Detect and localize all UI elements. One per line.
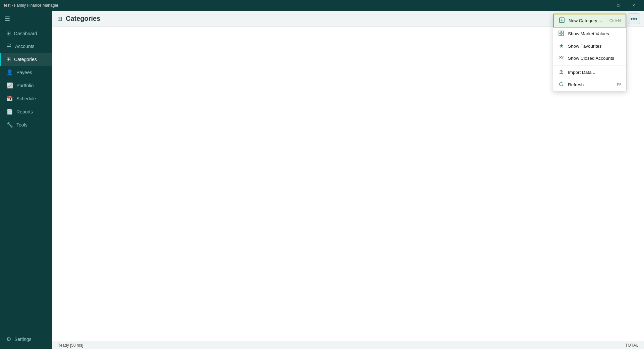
- svg-rect-5: [559, 34, 561, 36]
- portfolio-icon: 📈: [6, 82, 13, 89]
- maximize-button[interactable]: □: [610, 0, 626, 11]
- sidebar-item-label: Dashboard: [14, 31, 37, 36]
- back-icon: ←: [57, 15, 63, 22]
- show-favourites-label: Show Favourites: [568, 44, 602, 49]
- nav-menu: ⊞ Dashboard 🏛 Accounts ⊞ Categories 👤 Pa…: [0, 27, 52, 131]
- sidebar: ☰ ⊞ Dashboard 🏛 Accounts ⊞ Categories 👤 …: [0, 11, 52, 349]
- sidebar-item-portfolio[interactable]: 📈 Portfolio: [0, 79, 52, 92]
- main-content: ⊞ Categories ••• New Category ... Ctrl+N: [52, 11, 644, 349]
- import-data-label: Import Data ...: [568, 70, 597, 75]
- svg-rect-4: [562, 31, 564, 33]
- payees-icon: 👤: [6, 69, 13, 76]
- window-controls: — □ ✕: [595, 0, 641, 11]
- minimize-button[interactable]: —: [595, 0, 610, 11]
- new-category-label: New Category ...: [569, 18, 602, 23]
- dashboard-icon: ⊞: [6, 30, 11, 37]
- import-data-menu-item[interactable]: Import Data ...: [553, 66, 626, 79]
- categories-icon: ⊞: [6, 56, 11, 62]
- new-category-menu-item[interactable]: New Category ... Ctrl+N: [553, 14, 626, 28]
- sidebar-item-tools[interactable]: 🔧 Tools: [0, 118, 52, 131]
- sidebar-bottom: ⚙ Settings: [0, 329, 52, 349]
- page-title: Categories: [66, 15, 100, 22]
- svg-rect-3: [559, 31, 561, 33]
- refresh-menu-item[interactable]: Refresh F5: [553, 79, 626, 91]
- back-button[interactable]: ←: [52, 11, 68, 27]
- sidebar-top: ☰: [0, 11, 52, 27]
- sidebar-item-label: Schedule: [16, 96, 36, 101]
- show-market-values-label: Show Market Values: [568, 31, 609, 36]
- sidebar-item-label: Portfolio: [16, 83, 34, 88]
- sidebar-item-label: Categories: [14, 57, 37, 62]
- menu-divider: [553, 65, 626, 65]
- accounts-icon: 🏛: [6, 43, 12, 49]
- svg-point-8: [562, 56, 563, 57]
- sidebar-item-schedule[interactable]: 📅 Schedule: [0, 92, 52, 105]
- schedule-icon: 📅: [6, 95, 13, 102]
- reports-icon: 📄: [6, 108, 13, 115]
- market-values-icon: [558, 31, 565, 37]
- status-bar: Ready [50 ms] TOTAL: [52, 341, 644, 349]
- show-closed-accounts-label: Show Closed Accounts: [568, 56, 614, 61]
- status-text: Ready [50 ms]: [57, 343, 83, 348]
- new-category-icon: [559, 17, 565, 24]
- new-category-shortcut: Ctrl+N: [609, 18, 621, 23]
- closed-accounts-icon: [558, 55, 565, 61]
- tools-icon: 🔧: [6, 121, 13, 128]
- sidebar-item-label: Settings: [14, 337, 32, 342]
- sidebar-item-payees[interactable]: 👤 Payees: [0, 66, 52, 79]
- sidebar-item-dashboard[interactable]: ⊞ Dashboard: [0, 27, 52, 40]
- title-bar-text: test - Family Finance Manager: [4, 3, 58, 8]
- hamburger-icon[interactable]: ☰: [5, 15, 10, 22]
- svg-point-7: [560, 56, 562, 58]
- sidebar-item-label: Tools: [16, 122, 27, 128]
- sidebar-item-label: Reports: [16, 109, 33, 114]
- show-closed-accounts-menu-item[interactable]: Show Closed Accounts: [553, 52, 626, 64]
- sidebar-item-categories[interactable]: ⊞ Categories: [0, 53, 52, 66]
- import-data-icon: [558, 69, 565, 76]
- show-favourites-menu-item[interactable]: ★ Show Favourites: [553, 40, 626, 52]
- favourites-icon: ★: [558, 43, 565, 49]
- more-options-button[interactable]: •••: [628, 13, 640, 24]
- refresh-icon: [558, 82, 565, 88]
- sidebar-item-reports[interactable]: 📄 Reports: [0, 105, 52, 118]
- title-bar: test - Family Finance Manager — □ ✕: [0, 0, 644, 11]
- sidebar-item-label: Accounts: [15, 44, 35, 49]
- refresh-label: Refresh: [568, 82, 584, 87]
- settings-icon: ⚙: [6, 336, 11, 342]
- page-header: ⊞ Categories ••• New Category ... Ctrl+N: [52, 11, 644, 27]
- close-button[interactable]: ✕: [626, 0, 641, 11]
- sidebar-item-label: Payees: [16, 70, 32, 75]
- sidebar-item-accounts[interactable]: 🏛 Accounts: [0, 40, 52, 53]
- dropdown-menu: New Category ... Ctrl+N Show Market Valu…: [553, 13, 627, 91]
- sidebar-item-settings[interactable]: ⚙ Settings: [0, 333, 52, 346]
- total-label: TOTAL: [625, 343, 639, 348]
- show-market-values-menu-item[interactable]: Show Market Values: [553, 28, 626, 40]
- svg-rect-6: [562, 34, 564, 36]
- refresh-shortcut: F5: [617, 83, 622, 87]
